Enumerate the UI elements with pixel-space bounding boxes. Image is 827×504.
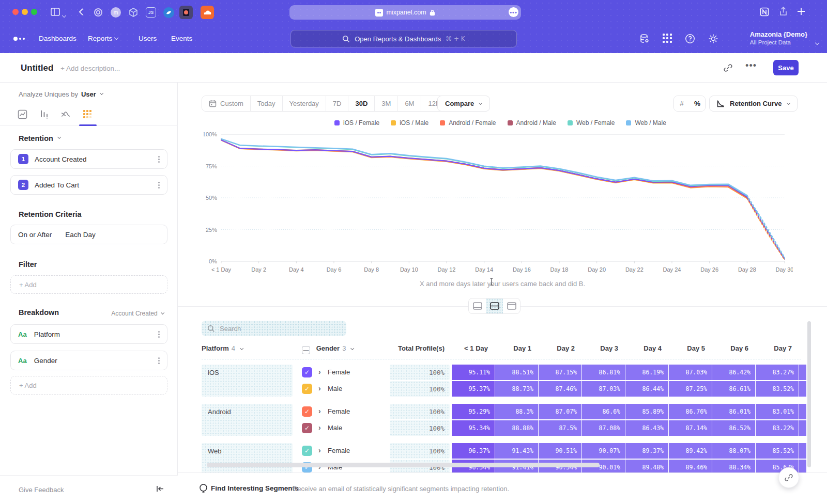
extension-icon-5[interactable] (162, 6, 175, 19)
retention-value-cell[interactable]: 91.43% (495, 443, 538, 459)
extension-icon-2[interactable]: m (109, 6, 122, 19)
retention-value-cell[interactable]: 87.08% (582, 420, 625, 436)
give-feedback-link[interactable]: Give Feedback (19, 486, 64, 494)
browser-sidebar-icon[interactable] (50, 6, 61, 18)
column-platform[interactable]: Platform4 (202, 344, 243, 352)
retention-value-cell[interactable]: 88.88% (495, 420, 538, 436)
tab-flows-icon[interactable] (59, 107, 72, 121)
retention-value-cell[interactable]: 86.42% (712, 365, 755, 380)
layout-split-button[interactable] (486, 298, 503, 313)
checkbox-ios-male[interactable]: ✓ (302, 384, 312, 394)
retention-value-cell[interactable]: 88.73% (495, 381, 538, 397)
retention-value-cell[interactable]: 86.76% (669, 404, 712, 419)
range-30d[interactable]: 30D (348, 96, 375, 111)
format-percent-button[interactable]: % (690, 96, 705, 111)
retention-value-cell[interactable]: 86.61% (712, 381, 755, 397)
retention-section-heading[interactable]: Retention (19, 134, 60, 143)
extension-icon-1[interactable] (91, 6, 105, 19)
step-account-created[interactable]: 1 Account Created (10, 149, 167, 169)
analyze-entity[interactable]: User (81, 90, 96, 98)
step-menu-icon[interactable] (158, 156, 160, 163)
retention-value-cell[interactable]: 89.42% (669, 443, 712, 459)
save-button[interactable]: Save (773, 60, 799, 75)
share-link-button[interactable] (778, 467, 799, 488)
expand-row-icon[interactable]: › (318, 384, 321, 392)
nav-events[interactable]: Events (171, 35, 192, 42)
extension-icon-3[interactable] (127, 6, 140, 19)
range-yesterday[interactable]: Yesterday (283, 96, 326, 111)
checkbox-android-female[interactable]: ✓ (302, 406, 312, 417)
legend-item[interactable]: iOS / Female (334, 119, 379, 127)
tab-funnels-icon[interactable] (37, 107, 51, 121)
retention-value-cell[interactable]: 88.3% (495, 404, 538, 419)
retention-value-cell[interactable]: 89.37% (625, 443, 668, 459)
indeterminate-checkbox[interactable]: — (302, 346, 310, 354)
expand-row-icon[interactable]: › (318, 407, 321, 415)
retention-value-cell[interactable]: 85.89% (625, 404, 668, 419)
retention-value-cell[interactable]: 96.37% (452, 443, 495, 459)
window-close-button[interactable] (12, 9, 19, 15)
nav-reports[interactable]: Reports (88, 35, 118, 42)
collapse-sidebar-icon[interactable] (156, 485, 164, 493)
retention-value-cell[interactable]: 95.11% (452, 365, 495, 380)
global-search[interactable]: Open Reports & Dashboards ⌘ + K (290, 30, 517, 48)
legend-item[interactable]: Web / Female (568, 119, 615, 127)
retention-value-cell[interactable]: 87.07% (539, 404, 581, 419)
platform-cell-android[interactable]: Android (202, 404, 293, 436)
project-chevron-icon[interactable] (816, 37, 819, 46)
step-menu-icon[interactable] (158, 182, 160, 188)
chart-series-line[interactable] (747, 195, 785, 258)
expand-row-icon[interactable]: › (318, 368, 321, 376)
retention-value-cell[interactable]: 86.19% (625, 365, 668, 380)
legend-item[interactable]: iOS / Male (391, 119, 428, 127)
retention-value-cell[interactable]: 86.01% (712, 404, 755, 419)
add-description[interactable]: + Add description... (60, 65, 120, 72)
retention-value-cell[interactable]: 95.37% (452, 381, 495, 397)
extension-icon-7[interactable] (201, 6, 214, 19)
retention-value-cell[interactable]: 90.07% (582, 443, 625, 459)
breakdown-gender[interactable]: Aa Gender (10, 351, 167, 370)
window-minimize-button[interactable] (22, 9, 28, 15)
retention-value-cell[interactable]: 95.29% (452, 404, 495, 419)
retention-value-cell[interactable]: 87.03% (669, 365, 712, 380)
retention-value-cell[interactable]: 87.46% (539, 381, 581, 397)
back-button[interactable] (76, 6, 87, 18)
chart-series-line[interactable] (221, 140, 747, 199)
copy-link-icon[interactable] (723, 63, 733, 73)
retention-chart[interactable]: 0%25%50%75%100%< 1 DayDay 2Day 4Day 6Day… (204, 129, 793, 274)
project-switcher[interactable]: Amazonia {Demo} All Project Data (750, 30, 807, 45)
chevron-down-icon[interactable] (63, 10, 66, 19)
chart-series-line[interactable] (221, 140, 747, 197)
help-icon[interactable] (684, 33, 696, 44)
extension-icon-6[interactable] (179, 6, 193, 19)
apps-grid-icon[interactable] (662, 33, 672, 43)
range-6m[interactable]: 6M (398, 96, 421, 111)
retention-value-cell[interactable]: 86.43% (625, 420, 668, 436)
column-gender[interactable]: — Gender3 (302, 344, 354, 353)
retention-value-cell[interactable]: 86.52% (712, 420, 755, 436)
platform-cell-web[interactable]: Web (202, 443, 293, 475)
retention-value-cell[interactable]: 83.27% (756, 365, 799, 380)
layout-chart-only-button[interactable] (469, 298, 486, 313)
nav-users[interactable]: Users (139, 35, 157, 42)
retention-criteria-card[interactable]: On or After Each Day (10, 225, 167, 244)
compare-button[interactable]: Compare (437, 96, 490, 112)
checkbox-android-male[interactable]: ✓ (302, 423, 312, 433)
legend-item[interactable]: Web / Male (626, 119, 666, 127)
extension-icon-4[interactable]: JS (144, 6, 158, 19)
retention-value-cell[interactable]: 88.51% (495, 365, 538, 380)
expand-row-icon[interactable]: › (318, 423, 321, 432)
legend-item[interactable]: Android / Female (440, 119, 496, 127)
browser-address-bar[interactable]: mixpanel.com ••• (289, 5, 521, 20)
retention-value-cell[interactable]: 87.14% (669, 420, 712, 436)
report-title[interactable]: Untitled (21, 63, 53, 73)
retention-value-cell[interactable]: 86.44% (625, 381, 668, 397)
retention-value-cell[interactable]: 83.52% (756, 381, 799, 397)
retention-value-cell[interactable]: 90.51% (539, 443, 581, 459)
new-tab-icon[interactable] (796, 6, 806, 17)
add-filter-button[interactable]: + Add (10, 275, 167, 294)
checkbox-ios-female[interactable]: ✓ (302, 367, 312, 377)
breakdown-scope-dropdown[interactable]: Account Created (111, 310, 164, 317)
retention-value-cell[interactable]: 87.25% (669, 381, 712, 397)
window-zoom-button[interactable] (31, 9, 37, 15)
